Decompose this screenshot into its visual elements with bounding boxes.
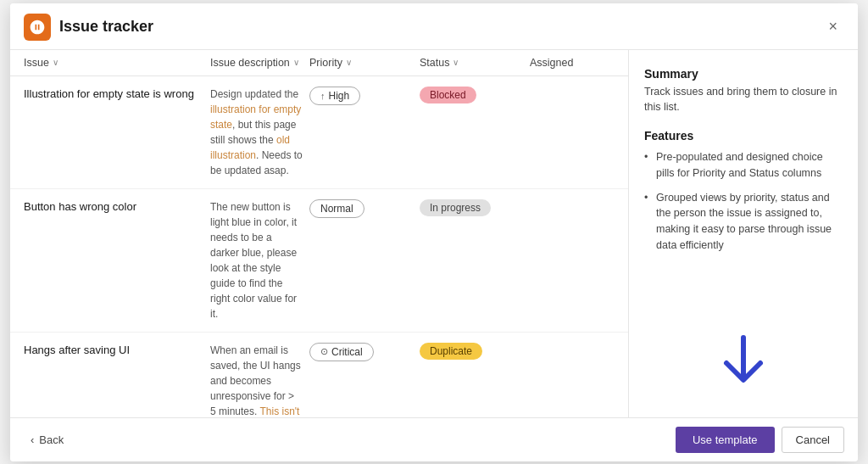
priority-pill: ⊙ Critical	[309, 343, 374, 361]
feature-item: Pre-populated and designed choice pills …	[644, 149, 843, 182]
col-status[interactable]: Status ∨	[420, 57, 530, 69]
table-row: Button has wrong color The new button is…	[10, 189, 628, 333]
up-arrow-icon: ↑	[320, 91, 326, 101]
status-pill: Duplicate	[420, 343, 482, 360]
priority-pill: ↑ High	[309, 87, 360, 105]
summary-text: Track issues and bring them to closure i…	[644, 84, 843, 116]
link-text: This isn't a good experience for our use…	[210, 405, 301, 417]
down-arrow-container	[644, 262, 843, 400]
link-text: old illustration	[210, 134, 290, 161]
priority-cell: ⊙ Critical	[309, 343, 420, 361]
feature-item: Grouped views by priority, status and th…	[644, 190, 843, 254]
status-pill: In progress	[420, 199, 491, 216]
down-arrow-icon	[720, 334, 767, 392]
issue-name: Illustration for empty state is wrong	[24, 87, 210, 102]
issue-name: Button has wrong color	[24, 199, 210, 215]
features-title: Features	[644, 129, 843, 143]
table-header: Issue ∨ Issue description ∨ Priority ∨ S…	[10, 50, 628, 76]
back-arrow-icon: ‹	[31, 433, 34, 446]
issue-description: Design updated the illustration for empt…	[210, 87, 309, 178]
circle-icon: ⊙	[320, 346, 328, 357]
modal-title: Issue tracker	[59, 18, 821, 36]
status-cell: Blocked	[420, 87, 530, 103]
summary-title: Summary	[644, 67, 843, 81]
sort-arrow-icon: ∨	[453, 58, 459, 67]
issue-description: When an email is saved, the UI hangs and…	[210, 343, 309, 417]
footer-actions: Use template Cancel	[676, 427, 844, 453]
status-pill: Blocked	[420, 87, 476, 103]
table-row: Hangs after saving UI When an email is s…	[10, 333, 628, 417]
status-cell: Duplicate	[420, 343, 530, 360]
cancel-button[interactable]: Cancel	[782, 427, 844, 453]
table-row: Illustration for empty state is wrong De…	[10, 76, 628, 189]
issue-name: Hangs after saving UI	[24, 343, 210, 358]
priority-cell: Normal	[309, 199, 420, 218]
priority-cell: ↑ High	[309, 87, 420, 105]
col-issue[interactable]: Issue ∨	[24, 57, 210, 69]
left-pane: Issue ∨ Issue description ∨ Priority ∨ S…	[10, 50, 629, 417]
close-button[interactable]: ×	[821, 14, 844, 39]
modal-body: Issue ∨ Issue description ∨ Priority ∨ S…	[10, 50, 858, 417]
sort-arrow-icon: ∨	[293, 58, 299, 67]
status-cell: In progress	[420, 199, 530, 216]
col-assigned: Assigned	[530, 57, 615, 69]
col-priority[interactable]: Priority ∨	[309, 57, 420, 69]
app-icon	[24, 14, 51, 41]
features-list: Pre-populated and designed choice pills …	[644, 149, 843, 262]
modal-footer: ‹ Back Use template Cancel	[10, 417, 858, 461]
col-description[interactable]: Issue description ∨	[210, 57, 309, 69]
use-template-button[interactable]: Use template	[676, 427, 775, 453]
link-text: illustration for empty state	[210, 103, 301, 131]
modal-header: Issue tracker ×	[10, 3, 858, 50]
table-scroll[interactable]: Illustration for empty state is wrong De…	[10, 76, 628, 417]
sort-arrow-icon: ∨	[53, 58, 58, 67]
issue-description: The new button is light blue in color, i…	[210, 199, 309, 321]
back-button[interactable]: ‹ Back	[24, 430, 70, 450]
right-pane: Summary Track issues and bring them to c…	[629, 50, 858, 417]
priority-pill: Normal	[309, 199, 364, 218]
modal-container: Issue tracker × Issue ∨ Issue descriptio…	[10, 3, 858, 461]
sort-arrow-icon: ∨	[346, 58, 352, 67]
